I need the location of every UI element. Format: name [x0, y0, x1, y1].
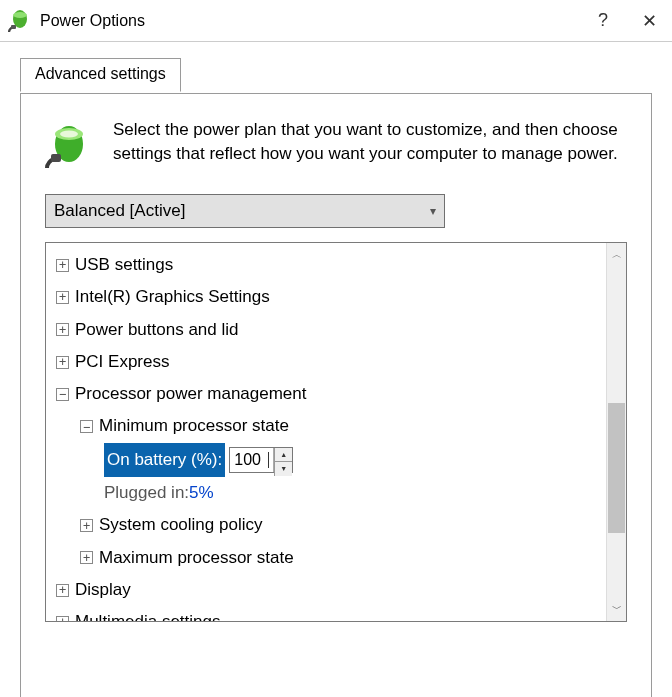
tree-label: Display — [75, 574, 131, 606]
tree-label: Minimum processor state — [99, 410, 289, 442]
tree-label: Processor power management — [75, 378, 307, 410]
title-bar: Power Options ? ✕ — [0, 0, 672, 42]
intro-text: Select the power plan that you want to c… — [113, 118, 627, 170]
expand-icon[interactable]: + — [56, 259, 69, 272]
tree-item-min-state[interactable]: −Minimum processor state — [52, 410, 606, 442]
tree-item-power-buttons[interactable]: +Power buttons and lid — [52, 314, 606, 346]
tree-item-graphics[interactable]: +Intel(R) Graphics Settings — [52, 281, 606, 313]
tree-label: System cooling policy — [99, 509, 262, 541]
tree-value-on-battery[interactable]: On battery (%): 100 ▲ ▼ — [52, 443, 606, 477]
scroll-thumb[interactable] — [608, 403, 625, 533]
svg-point-1 — [13, 12, 27, 18]
plugged-in-label: Plugged in: — [104, 477, 189, 509]
scroll-down-icon[interactable]: ﹀ — [607, 599, 626, 619]
svg-rect-6 — [51, 154, 61, 162]
tree-scrollbar[interactable]: ︿ ﹀ — [606, 243, 626, 621]
tree-item-cooling[interactable]: +System cooling policy — [52, 509, 606, 541]
tree-item-display[interactable]: +Display — [52, 574, 606, 606]
tree-value-plugged-in[interactable]: Plugged in: 5% — [52, 477, 606, 509]
tab-page: Select the power plan that you want to c… — [20, 93, 652, 697]
power-plan-select[interactable]: Balanced [Active] ▾ — [45, 194, 445, 228]
power-plan-selected: Balanced [Active] — [54, 201, 185, 221]
tree-item-multimedia[interactable]: +Multimedia settings — [52, 606, 606, 621]
settings-tree-container: +USB settings +Intel(R) Graphics Setting… — [45, 242, 627, 622]
expand-icon[interactable]: + — [80, 551, 93, 564]
expand-icon[interactable]: + — [80, 519, 93, 532]
tree-label: Power buttons and lid — [75, 314, 239, 346]
close-button[interactable]: ✕ — [626, 0, 672, 42]
tree-item-processor[interactable]: −Processor power management — [52, 378, 606, 410]
on-battery-value[interactable]: 100 — [230, 448, 274, 472]
power-battery-icon — [45, 122, 93, 170]
tab-advanced-settings[interactable]: Advanced settings — [20, 58, 181, 92]
tree-item-usb[interactable]: +USB settings — [52, 249, 606, 281]
svg-rect-2 — [11, 25, 16, 29]
tree-label: PCI Express — [75, 346, 169, 378]
expand-icon[interactable]: + — [56, 584, 69, 597]
expand-icon[interactable]: + — [56, 323, 69, 336]
scroll-up-icon[interactable]: ︿ — [607, 245, 626, 265]
power-plug-icon — [8, 9, 32, 33]
settings-tree[interactable]: +USB settings +Intel(R) Graphics Setting… — [46, 243, 606, 621]
expand-icon[interactable]: + — [56, 291, 69, 304]
svg-point-5 — [60, 131, 78, 138]
spin-up-icon[interactable]: ▲ — [274, 448, 292, 461]
on-battery-spinner[interactable]: 100 ▲ ▼ — [229, 447, 293, 473]
tree-label: Maximum processor state — [99, 542, 294, 574]
on-battery-label: On battery (%): — [104, 443, 225, 477]
tree-label: USB settings — [75, 249, 173, 281]
help-button[interactable]: ? — [580, 0, 626, 42]
chevron-down-icon: ▾ — [430, 204, 436, 218]
window-title: Power Options — [40, 12, 580, 30]
collapse-icon[interactable]: − — [80, 420, 93, 433]
tree-label: Multimedia settings — [75, 606, 221, 621]
tree-item-max-state[interactable]: +Maximum processor state — [52, 542, 606, 574]
tree-item-pci[interactable]: +PCI Express — [52, 346, 606, 378]
tree-label: Intel(R) Graphics Settings — [75, 281, 270, 313]
collapse-icon[interactable]: − — [56, 388, 69, 401]
expand-icon[interactable]: + — [56, 356, 69, 369]
spin-down-icon[interactable]: ▼ — [274, 461, 292, 475]
expand-icon[interactable]: + — [56, 616, 69, 621]
plugged-in-value[interactable]: 5% — [189, 477, 214, 509]
